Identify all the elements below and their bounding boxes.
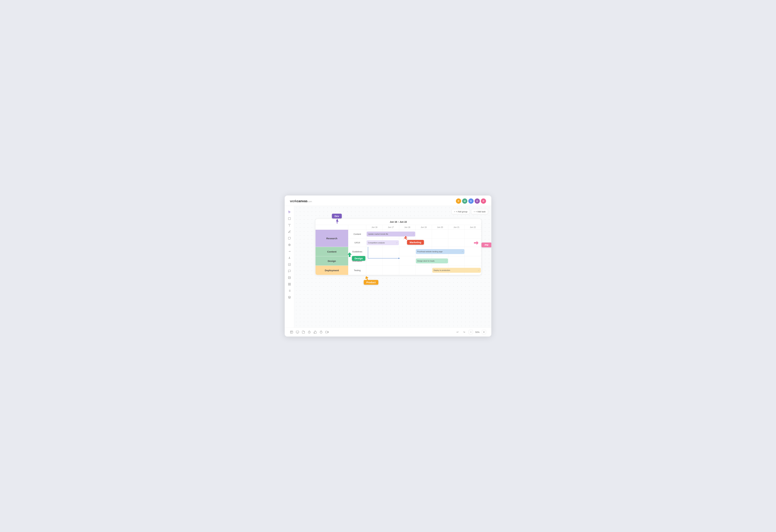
gantt-cell: [416, 266, 432, 275]
task-label: Competitors analysis: [368, 242, 385, 244]
task-proofread[interactable]: Proofread website landing page ⤢: [416, 249, 464, 254]
like-icon[interactable]: [314, 330, 317, 334]
product-arrow: [365, 276, 369, 281]
avatar-m[interactable]: M: [462, 198, 467, 204]
connector-line: [366, 245, 399, 265]
logo: workcanvas.com: [290, 199, 312, 203]
row-content: Content: [348, 230, 366, 238]
gantt-cell: [432, 230, 448, 238]
add-group-label: + Add group: [456, 210, 467, 213]
avatar-p1[interactable]: P: [456, 198, 461, 204]
zoom-in-button[interactable]: +: [482, 330, 486, 334]
add-task-button[interactable]: + + Add task: [471, 209, 488, 214]
avatar-d2[interactable]: D: [474, 198, 480, 204]
task-label: Deploy to production: [434, 269, 450, 271]
gantt-cell: [432, 238, 448, 247]
bottom-right-controls: ↩ ↪ − 50% +: [455, 330, 486, 334]
avatar-p2[interactable]: P: [481, 198, 486, 204]
gantt-cell: [448, 238, 465, 247]
task-label: Proofread website landing page: [417, 250, 443, 252]
arrow-icon[interactable]: [286, 248, 293, 254]
gantt-cell: [383, 266, 399, 275]
svg-rect-15: [326, 331, 328, 333]
plus-icon2: +: [473, 210, 475, 213]
gantt-cell: [465, 247, 481, 256]
task-competitors[interactable]: Competitors analysis ⤢: [367, 240, 399, 245]
design-label[interactable]: Design: [352, 256, 365, 261]
stopwatch-icon[interactable]: [320, 330, 323, 334]
marketing-label[interactable]: Marketing: [407, 240, 424, 245]
task-design-deck[interactable]: Design deck for leads ⤢: [416, 258, 448, 263]
col-group: [316, 225, 348, 229]
gantt-cell: [399, 256, 416, 265]
task-update-market[interactable]: Update market trends file ⤢: [367, 231, 415, 236]
timer-icon[interactable]: [308, 330, 311, 334]
svg-rect-12: [296, 331, 299, 333]
frame-icon[interactable]: [286, 216, 293, 221]
brand-icon[interactable]: [286, 294, 293, 300]
canvas-controls: + + Add group + + Add task: [451, 209, 488, 214]
left-toolbar: [285, 206, 294, 328]
row-uxui: UX/UI: [348, 238, 366, 247]
image-icon[interactable]: [286, 275, 293, 281]
design-arrow: [348, 252, 352, 257]
group-research: Research: [316, 230, 348, 247]
product-label[interactable]: Product: [364, 280, 378, 285]
bottom-left-tools: [290, 330, 329, 334]
gantt-cell: [465, 256, 481, 265]
sticky-icon[interactable]: [286, 235, 293, 241]
shape-icon[interactable]: [286, 242, 293, 248]
present-icon[interactable]: [296, 330, 299, 334]
logo-prefix: work: [290, 199, 297, 203]
main-area: + + Add group + + Add task Dev Marketing: [285, 206, 491, 328]
gantt-cell: [465, 238, 481, 247]
svg-marker-9: [364, 276, 369, 281]
zoom-level: 50%: [475, 331, 479, 333]
list-icon[interactable]: [286, 288, 293, 294]
panels-icon[interactable]: [290, 330, 293, 334]
add-group-button[interactable]: + + Add group: [451, 209, 470, 214]
gantt-row-research-content: Research Content Update market trends: [316, 230, 481, 247]
expand-icon: ⤢: [478, 270, 479, 271]
avatar-d1[interactable]: D: [468, 198, 473, 204]
gantt-cell: [366, 266, 383, 275]
dev-label[interactable]: Dev: [332, 214, 342, 218]
cursor-icon[interactable]: [286, 209, 293, 215]
col-jun18: Jun 18: [399, 225, 416, 229]
comment-icon[interactable]: [286, 268, 293, 274]
doc-icon[interactable]: [302, 330, 305, 334]
undo-button[interactable]: ↩: [455, 330, 460, 334]
svg-marker-8: [348, 252, 352, 257]
col-task: [348, 225, 366, 229]
grid-icon[interactable]: [286, 281, 293, 287]
svg-marker-6: [402, 236, 408, 241]
gantt-cell: [399, 247, 416, 256]
row-testing: Testing: [348, 266, 366, 275]
app-frame: workcanvas.com P M D D P: [285, 195, 491, 337]
col-jun16: Jun 16: [366, 225, 383, 229]
canvas: + + Add group + + Add task Dev Marketing: [294, 206, 491, 328]
svg-rect-2: [288, 263, 290, 266]
task-deploy[interactable]: Deploy to production ⤢: [432, 268, 481, 273]
group-design: Design: [316, 256, 348, 265]
gantt-timeline-research-content: Update market trends file ⤢: [366, 230, 481, 238]
redo-button[interactable]: ↪: [462, 330, 466, 334]
logo-suffix: .com: [308, 200, 312, 203]
task-label: Design deck for leads: [417, 260, 434, 262]
plus-icon: +: [454, 210, 455, 213]
svg-point-4: [289, 277, 289, 277]
zoom-out-button[interactable]: −: [469, 330, 473, 334]
gantt-cell: [416, 230, 432, 238]
gantt-cell: [399, 266, 416, 275]
col-jun21: Jun 21: [448, 225, 465, 229]
col-jun20: Jun 20: [432, 225, 448, 229]
formula-icon[interactable]: [286, 255, 293, 261]
video-icon[interactable]: [325, 330, 329, 334]
pm-arrow: [474, 241, 478, 245]
checkbox-icon[interactable]: [286, 261, 293, 268]
group-content: Content: [316, 247, 348, 256]
text-icon[interactable]: [286, 222, 293, 228]
zoom-value: 50%: [475, 331, 479, 333]
pm-label[interactable]: PM: [481, 242, 492, 247]
pen-icon[interactable]: [286, 229, 293, 235]
